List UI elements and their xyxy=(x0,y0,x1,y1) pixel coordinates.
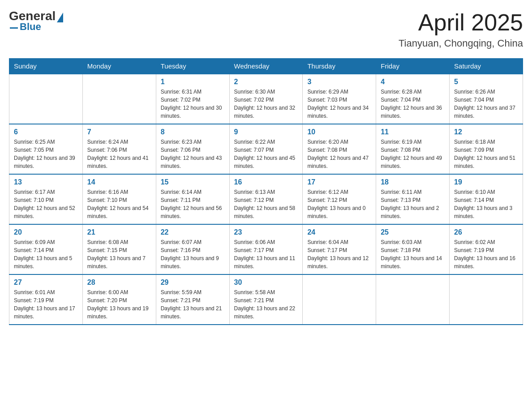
day-cell: 8Sunrise: 6:23 AMSunset: 7:06 PMDaylight… xyxy=(156,124,229,174)
day-cell: 24Sunrise: 6:04 AMSunset: 7:17 PMDayligh… xyxy=(303,224,376,274)
day-info: Sunrise: 6:13 AMSunset: 7:12 PMDaylight:… xyxy=(234,188,298,220)
day-info: Sunrise: 6:07 AMSunset: 7:16 PMDaylight:… xyxy=(161,238,225,270)
calendar-header-row: SundayMondayTuesdayWednesdayThursdayFrid… xyxy=(9,59,523,74)
logo-blue-text: Blue xyxy=(20,21,41,33)
day-cell: 14Sunrise: 6:16 AMSunset: 7:10 PMDayligh… xyxy=(82,174,156,224)
day-cell: 4Sunrise: 6:28 AMSunset: 7:04 PMDaylight… xyxy=(376,74,450,124)
day-number: 22 xyxy=(161,228,225,236)
day-number: 11 xyxy=(381,128,445,136)
day-cell: 16Sunrise: 6:13 AMSunset: 7:12 PMDayligh… xyxy=(229,174,303,224)
day-cell: 15Sunrise: 6:14 AMSunset: 7:11 PMDayligh… xyxy=(156,174,229,224)
day-number: 21 xyxy=(87,228,151,236)
day-info: Sunrise: 6:16 AMSunset: 7:10 PMDaylight:… xyxy=(87,188,151,220)
day-cell: 19Sunrise: 6:10 AMSunset: 7:14 PMDayligh… xyxy=(450,174,523,224)
day-number: 16 xyxy=(234,178,298,186)
day-number: 9 xyxy=(234,128,298,136)
day-number: 17 xyxy=(307,178,371,186)
header-friday: Friday xyxy=(376,59,450,74)
day-info: Sunrise: 6:24 AMSunset: 7:06 PMDaylight:… xyxy=(87,138,151,170)
day-number: 13 xyxy=(14,178,78,186)
day-cell: 5Sunrise: 6:26 AMSunset: 7:04 PMDaylight… xyxy=(450,74,523,124)
day-number: 26 xyxy=(454,228,518,236)
week-row-4: 20Sunrise: 6:09 AMSunset: 7:14 PMDayligh… xyxy=(9,224,523,274)
day-number: 14 xyxy=(87,178,151,186)
header-tuesday: Tuesday xyxy=(156,59,229,74)
location-title: Tianyuan, Chongqing, China xyxy=(399,38,523,49)
day-number: 28 xyxy=(87,278,151,287)
day-info: Sunrise: 6:31 AMSunset: 7:02 PMDaylight:… xyxy=(161,88,225,120)
week-row-5: 27Sunrise: 6:01 AMSunset: 7:19 PMDayligh… xyxy=(9,274,523,325)
day-number: 18 xyxy=(381,178,445,186)
day-number: 12 xyxy=(454,128,518,136)
day-cell: 26Sunrise: 6:02 AMSunset: 7:19 PMDayligh… xyxy=(450,224,523,274)
day-info: Sunrise: 6:12 AMSunset: 7:12 PMDaylight:… xyxy=(307,188,371,220)
day-cell xyxy=(376,274,450,325)
day-number: 5 xyxy=(454,78,518,86)
header-sunday: Sunday xyxy=(9,59,83,74)
day-cell: 3Sunrise: 6:29 AMSunset: 7:03 PMDaylight… xyxy=(303,74,376,124)
day-number: 3 xyxy=(307,78,371,86)
day-info: Sunrise: 6:08 AMSunset: 7:15 PMDaylight:… xyxy=(87,238,151,270)
day-cell: 6Sunrise: 6:25 AMSunset: 7:05 PMDaylight… xyxy=(9,124,83,174)
day-info: Sunrise: 6:22 AMSunset: 7:07 PMDaylight:… xyxy=(234,138,298,170)
day-cell: 7Sunrise: 6:24 AMSunset: 7:06 PMDaylight… xyxy=(82,124,156,174)
day-number: 27 xyxy=(14,278,78,287)
day-info: Sunrise: 6:09 AMSunset: 7:14 PMDaylight:… xyxy=(14,238,78,270)
day-info: Sunrise: 6:20 AMSunset: 7:08 PMDaylight:… xyxy=(307,138,371,170)
day-info: Sunrise: 5:58 AMSunset: 7:21 PMDaylight:… xyxy=(234,288,298,321)
day-info: Sunrise: 6:29 AMSunset: 7:03 PMDaylight:… xyxy=(307,88,371,120)
day-cell xyxy=(303,274,376,325)
day-number: 2 xyxy=(234,78,298,86)
day-number: 15 xyxy=(161,178,225,186)
day-info: Sunrise: 6:06 AMSunset: 7:17 PMDaylight:… xyxy=(234,238,298,270)
day-number: 24 xyxy=(307,228,371,236)
day-cell: 18Sunrise: 6:11 AMSunset: 7:13 PMDayligh… xyxy=(376,174,450,224)
day-cell: 11Sunrise: 6:19 AMSunset: 7:08 PMDayligh… xyxy=(376,124,450,174)
day-info: Sunrise: 6:28 AMSunset: 7:04 PMDaylight:… xyxy=(381,88,445,120)
day-cell: 10Sunrise: 6:20 AMSunset: 7:08 PMDayligh… xyxy=(303,124,376,174)
day-cell: 2Sunrise: 6:30 AMSunset: 7:02 PMDaylight… xyxy=(229,74,303,124)
logo-bar-icon xyxy=(10,27,18,29)
day-cell: 13Sunrise: 6:17 AMSunset: 7:10 PMDayligh… xyxy=(9,174,83,224)
day-info: Sunrise: 6:01 AMSunset: 7:19 PMDaylight:… xyxy=(14,288,78,321)
header-wednesday: Wednesday xyxy=(229,59,303,74)
page-header: General Blue April 2025 Tianyuan, Chongq… xyxy=(9,9,523,49)
day-number: 30 xyxy=(234,278,298,287)
day-cell: 1Sunrise: 6:31 AMSunset: 7:02 PMDaylight… xyxy=(156,74,229,124)
calendar-table: SundayMondayTuesdayWednesdayThursdayFrid… xyxy=(9,58,523,325)
day-cell: 25Sunrise: 6:03 AMSunset: 7:18 PMDayligh… xyxy=(376,224,450,274)
day-number: 29 xyxy=(161,278,225,287)
day-info: Sunrise: 6:17 AMSunset: 7:10 PMDaylight:… xyxy=(14,188,78,220)
day-number: 6 xyxy=(14,128,78,136)
day-info: Sunrise: 6:19 AMSunset: 7:08 PMDaylight:… xyxy=(381,138,445,170)
day-cell: 12Sunrise: 6:18 AMSunset: 7:09 PMDayligh… xyxy=(450,124,523,174)
day-cell: 30Sunrise: 5:58 AMSunset: 7:21 PMDayligh… xyxy=(229,274,303,325)
day-info: Sunrise: 6:23 AMSunset: 7:06 PMDaylight:… xyxy=(161,138,225,170)
day-number: 19 xyxy=(454,178,518,186)
title-section: April 2025 Tianyuan, Chongqing, China xyxy=(399,9,523,49)
day-number: 1 xyxy=(161,78,225,86)
day-info: Sunrise: 6:25 AMSunset: 7:05 PMDaylight:… xyxy=(14,138,78,170)
day-info: Sunrise: 6:14 AMSunset: 7:11 PMDaylight:… xyxy=(161,188,225,220)
day-cell: 17Sunrise: 6:12 AMSunset: 7:12 PMDayligh… xyxy=(303,174,376,224)
day-cell: 28Sunrise: 6:00 AMSunset: 7:20 PMDayligh… xyxy=(82,274,156,325)
week-row-3: 13Sunrise: 6:17 AMSunset: 7:10 PMDayligh… xyxy=(9,174,523,224)
day-cell: 27Sunrise: 6:01 AMSunset: 7:19 PMDayligh… xyxy=(9,274,83,325)
day-cell xyxy=(9,74,83,124)
day-number: 10 xyxy=(307,128,371,136)
day-cell: 23Sunrise: 6:06 AMSunset: 7:17 PMDayligh… xyxy=(229,224,303,274)
day-number: 23 xyxy=(234,228,298,236)
week-row-2: 6Sunrise: 6:25 AMSunset: 7:05 PMDaylight… xyxy=(9,124,523,174)
day-number: 20 xyxy=(14,228,78,236)
day-info: Sunrise: 6:10 AMSunset: 7:14 PMDaylight:… xyxy=(454,188,518,220)
day-number: 4 xyxy=(381,78,445,86)
day-cell xyxy=(450,274,523,325)
day-info: Sunrise: 5:59 AMSunset: 7:21 PMDaylight:… xyxy=(161,288,225,321)
day-info: Sunrise: 6:18 AMSunset: 7:09 PMDaylight:… xyxy=(454,138,518,170)
week-row-1: 1Sunrise: 6:31 AMSunset: 7:02 PMDaylight… xyxy=(9,74,523,124)
day-info: Sunrise: 6:00 AMSunset: 7:20 PMDaylight:… xyxy=(87,288,151,321)
day-cell xyxy=(82,74,156,124)
header-monday: Monday xyxy=(82,59,156,74)
logo: General Blue xyxy=(9,9,63,33)
day-cell: 29Sunrise: 5:59 AMSunset: 7:21 PMDayligh… xyxy=(156,274,229,325)
